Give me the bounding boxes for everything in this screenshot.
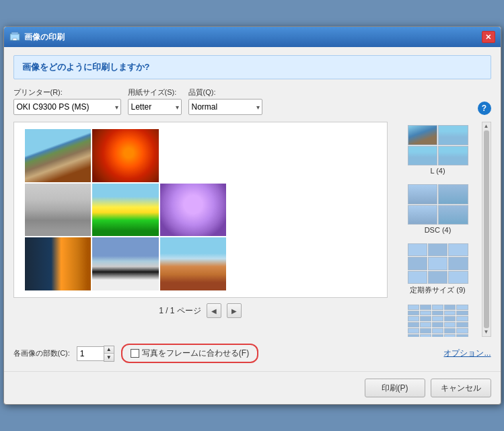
- sidebar-thumb-contact: [408, 305, 468, 337]
- page-info: 1 / 1 ページ: [159, 305, 201, 317]
- svg-rect-2: [13, 38, 17, 40]
- thumb-grid-teikiken: [408, 243, 468, 284]
- prompt-banner: 画像をどのように印刷しますか?: [13, 55, 491, 79]
- dialog-icon: [9, 32, 20, 42]
- next-page-button[interactable]: ▶: [227, 303, 242, 318]
- preview-cell-8: [160, 237, 227, 290]
- close-button[interactable]: ✕: [482, 31, 495, 43]
- printer-label: プリンター(R):: [13, 87, 121, 97]
- printer-group: プリンター(R): OKI C9300 PS (MS): [13, 87, 121, 115]
- paper-select-wrapper: Letter: [128, 99, 182, 115]
- cancel-button[interactable]: キャンセル: [431, 379, 491, 397]
- thumb-grid-contact: [408, 305, 468, 337]
- fit-frame-label: 写真をフレームに合わせる(F): [142, 348, 249, 359]
- sidebar-thumb-l4: [408, 125, 468, 165]
- preview-area: 1 / 1 ページ ◀ ▶: [13, 122, 388, 337]
- pagination: 1 / 1 ページ ◀ ▶: [159, 303, 242, 318]
- fit-frame-checkbox[interactable]: [131, 349, 139, 358]
- prev-page-button[interactable]: ◀: [207, 303, 221, 318]
- sidebar-thumb-teikiken: [408, 243, 468, 284]
- bottom-row: 各画像の部数(C): ▲ ▼ 写真をフレームに合わせる(F) オプション...: [13, 344, 491, 363]
- printer-select[interactable]: OKI C9300 PS (MS): [13, 99, 121, 115]
- svg-rect-1: [11, 32, 18, 34]
- dialog-body: 画像をどのように印刷しますか? プリンター(R): OKI C9300 PS (…: [4, 47, 501, 371]
- paper-group: 用紙サイズ(S): Letter: [128, 87, 182, 115]
- sidebar-item-contact[interactable]: コンタクト シート (35): [394, 301, 482, 337]
- preview-cell-6: [25, 237, 92, 290]
- preview-cell-7: [92, 237, 159, 290]
- thumb-grid-l4: [408, 125, 468, 165]
- preview-grid: [25, 129, 227, 290]
- quality-group: 品質(Q): Normal: [188, 87, 262, 115]
- preview-cell-1: [25, 129, 92, 182]
- print-button[interactable]: 印刷(P): [365, 379, 425, 397]
- printer-select-wrapper: OKI C9300 PS (MS): [13, 99, 121, 115]
- preview-cell-4: [92, 184, 159, 237]
- quality-select-wrapper: Normal: [188, 99, 262, 115]
- quality-select[interactable]: Normal: [188, 99, 262, 115]
- options-link[interactable]: オプション...: [443, 348, 491, 359]
- titlebar-left: 画像の印刷: [9, 32, 65, 43]
- sidebar-scrollbar[interactable]: ▲ ▼: [482, 122, 491, 337]
- sidebar-item-teikiken[interactable]: 定期券サイズ (9): [394, 240, 482, 299]
- sidebar: L (4) DSC (4): [394, 122, 482, 337]
- help-button[interactable]: ?: [478, 102, 491, 115]
- copies-spinner: ▲ ▼: [104, 346, 114, 362]
- main-area: 1 / 1 ページ ◀ ▶: [13, 122, 491, 337]
- sidebar-label-l4: L (4): [430, 167, 445, 175]
- preview-cell-2: [92, 129, 159, 182]
- paper-label: 用紙サイズ(S):: [128, 87, 182, 97]
- prompt-text: 画像をどのように印刷しますか?: [22, 62, 150, 72]
- thumb-grid-dsc4: [408, 184, 468, 225]
- copies-up-button[interactable]: ▲: [104, 346, 114, 354]
- dialog-footer: 印刷(P) キャンセル: [4, 371, 501, 404]
- copies-input[interactable]: [77, 346, 104, 361]
- copies-label: 各画像の部数(C):: [13, 348, 70, 358]
- sidebar-label-teikiken: 定期券サイズ (9): [410, 285, 466, 295]
- sidebar-thumb-dsc4: [408, 184, 468, 225]
- preview-cell-3: [25, 184, 92, 237]
- sidebar-label-dsc4: DSC (4): [425, 226, 452, 234]
- quality-label: 品質(Q):: [188, 87, 262, 97]
- paper-select[interactable]: Letter: [128, 99, 182, 115]
- sidebar-scroll-area: L (4) DSC (4): [394, 122, 491, 337]
- copies-down-button[interactable]: ▼: [104, 354, 114, 361]
- controls-row: プリンター(R): OKI C9300 PS (MS) 用紙サイズ(S): Le…: [13, 87, 491, 115]
- dialog-title: 画像の印刷: [24, 32, 65, 43]
- titlebar: 画像の印刷 ✕: [4, 27, 501, 47]
- print-dialog: 画像の印刷 ✕ 画像をどのように印刷しますか? プリンター(R): OKI C9…: [3, 26, 501, 405]
- fit-frame-checkbox-area: 写真をフレームに合わせる(F): [121, 344, 258, 363]
- copies-input-group: ▲ ▼: [77, 346, 114, 362]
- preview-cell-5: [160, 184, 227, 237]
- sidebar-item-dsc4[interactable]: DSC (4): [394, 181, 482, 237]
- sidebar-item-l4[interactable]: L (4): [394, 122, 482, 178]
- preview-container: [13, 122, 388, 298]
